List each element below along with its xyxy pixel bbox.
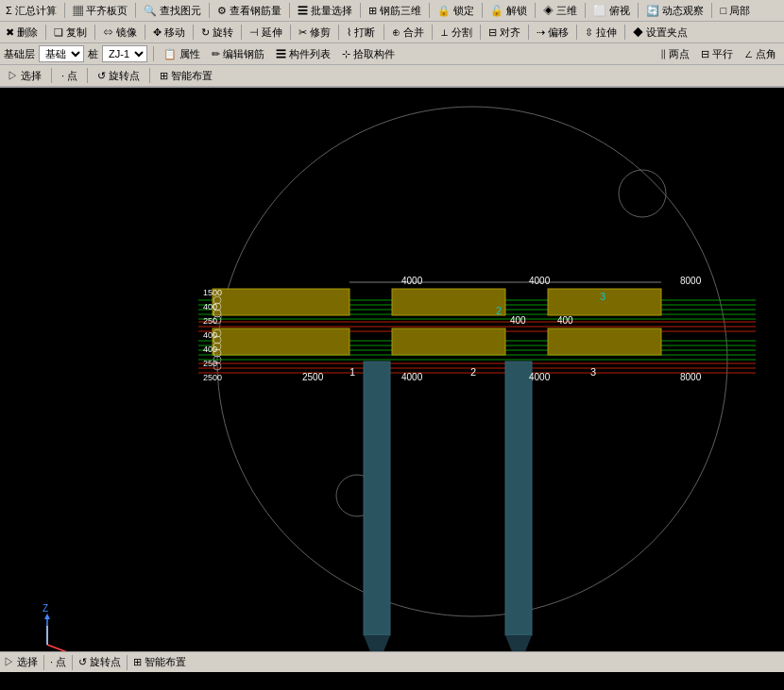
- svg-rect-28: [505, 362, 532, 635]
- lock-button[interactable]: 🔒 锁定: [434, 1, 478, 20]
- set-point-button[interactable]: ◆ 设置夹点: [629, 23, 691, 42]
- sep26: [51, 68, 52, 83]
- sep24: [624, 25, 625, 40]
- svg-text:1500: 1500: [203, 288, 222, 297]
- rebar-3d-button[interactable]: ⊞ 钢筋三维: [365, 1, 425, 20]
- offset-button[interactable]: ⇢ 偏移: [533, 23, 572, 42]
- dynamic-view-button[interactable]: 🔄 动态观察: [642, 1, 707, 20]
- sep-s3: [127, 655, 128, 670]
- break-button[interactable]: ⌇ 打断: [343, 23, 379, 42]
- unlock-button[interactable]: 🔓 解锁: [486, 1, 531, 20]
- two-point-button[interactable]: ∥ 两点: [656, 44, 693, 63]
- find-figure-button[interactable]: 🔍 查找图元: [140, 1, 205, 20]
- svg-text:250: 250: [203, 359, 217, 368]
- status-select: ▷ 选择: [4, 655, 38, 669]
- svg-text:4000: 4000: [401, 372, 423, 382]
- cad-canvas-area[interactable]: 1 2 3 2 3 4000 4000 8000 400 400 4000 40…: [0, 88, 784, 672]
- split-button[interactable]: ⊥ 分割: [436, 23, 476, 42]
- svg-text:2: 2: [496, 305, 502, 316]
- svg-rect-22: [392, 289, 505, 315]
- svg-text:400: 400: [203, 330, 217, 340]
- move-button[interactable]: ✥ 移动: [149, 23, 189, 42]
- svg-text:3: 3: [590, 366, 596, 378]
- extend-button[interactable]: ⊣ 延伸: [246, 23, 286, 42]
- sep7: [482, 3, 483, 18]
- svg-text:Z: Z: [43, 603, 48, 614]
- sep16: [241, 25, 242, 40]
- svg-text:3: 3: [600, 291, 605, 302]
- sep27: [87, 68, 88, 83]
- 3d-button[interactable]: ◈ 三维: [539, 1, 581, 20]
- mirror-button[interactable]: ⇔ 镜像: [99, 23, 141, 42]
- element-select[interactable]: ZJ-1: [102, 45, 147, 62]
- batch-select-button[interactable]: ☰ 批量选择: [294, 1, 356, 20]
- sep15: [193, 25, 194, 40]
- view-rebar-button[interactable]: ⚙ 查看钢筋量: [213, 1, 285, 20]
- sep20: [432, 25, 433, 40]
- sep2: [135, 3, 136, 18]
- cad-svg: 1 2 3 2 3 4000 4000 8000 400 400 4000 40…: [0, 88, 784, 672]
- status-bar: ▷ 选择 · 点 ↺ 旋转点 ⊞ 智能布置: [0, 651, 784, 672]
- svg-rect-20: [213, 289, 349, 315]
- svg-text:400: 400: [203, 345, 217, 354]
- sep28: [149, 68, 150, 83]
- svg-text:4000: 4000: [529, 372, 551, 382]
- status-point: · 点: [50, 655, 66, 669]
- sep18: [338, 25, 339, 40]
- rotate-button[interactable]: ↻ 旋转: [197, 23, 237, 42]
- select-button[interactable]: ▷ 选择: [4, 66, 45, 85]
- top-view-button[interactable]: ⬜ 俯视: [589, 1, 634, 20]
- rotate-point-button[interactable]: ↺ 旋转点: [94, 66, 144, 85]
- flat-board-button[interactable]: ▦ 平齐板页: [69, 1, 131, 20]
- sep17: [290, 25, 291, 40]
- svg-text:1: 1: [349, 366, 355, 378]
- svg-rect-26: [364, 362, 390, 635]
- sep12: [45, 25, 46, 40]
- delete-button[interactable]: ✖ 删除: [2, 23, 42, 42]
- toolbar-row-1: Σ 汇总计算 ▦ 平齐板页 🔍 查找图元 ⚙ 查看钢筋量 ☰ 批量选择 ⊞ 钢筋…: [0, 0, 784, 22]
- sep22: [528, 25, 529, 40]
- svg-text:8000: 8000: [680, 276, 702, 286]
- edit-rebar-button[interactable]: ✏ 编辑钢筋: [208, 44, 268, 63]
- sep4: [289, 3, 290, 18]
- status-rotate: ↺ 旋转点: [78, 655, 121, 669]
- sep14: [145, 25, 145, 40]
- status-smart: ⊞ 智能布置: [133, 655, 186, 669]
- sep3: [209, 3, 210, 18]
- sep5: [360, 3, 361, 18]
- sep6: [429, 3, 430, 18]
- pull-button[interactable]: ⇳ 拉伸: [581, 23, 621, 42]
- local-button[interactable]: □ 局部: [716, 1, 754, 20]
- props-button[interactable]: 📋 属性: [160, 44, 204, 63]
- svg-rect-21: [213, 328, 349, 355]
- sep1: [64, 3, 65, 18]
- parallel-button[interactable]: ⊟ 平行: [697, 44, 737, 63]
- join-button[interactable]: ⊕ 合并: [388, 23, 428, 42]
- toolbar-row-2: ✖ 删除 ❏ 复制 ⇔ 镜像 ✥ 移动 ↻ 旋转 ⊣ 延伸 ✂ 修剪 ⌇ 打断 …: [0, 22, 784, 43]
- sep21: [480, 25, 481, 40]
- sum-calc-button[interactable]: Σ 汇总计算: [2, 1, 60, 20]
- align-button[interactable]: ⊟ 对齐: [485, 23, 524, 42]
- sep11: [711, 3, 712, 18]
- svg-text:4000: 4000: [401, 276, 423, 286]
- trim-button[interactable]: ✂ 修剪: [295, 23, 334, 42]
- sep-s2: [72, 655, 73, 670]
- svg-text:400: 400: [510, 315, 526, 326]
- svg-text:8000: 8000: [680, 372, 702, 382]
- point-angle-button[interactable]: ∠ 点角: [741, 44, 780, 63]
- copy-button[interactable]: ❏ 复制: [50, 23, 91, 42]
- svg-text:2: 2: [470, 366, 476, 378]
- sep8: [535, 3, 536, 18]
- smart-layout-button[interactable]: ⊞ 智能布置: [156, 66, 216, 85]
- sep23: [576, 25, 577, 40]
- svg-text:4000: 4000: [529, 276, 551, 286]
- layer-select[interactable]: 基础: [39, 45, 84, 62]
- sep25: [153, 46, 154, 61]
- svg-rect-23: [392, 328, 505, 355]
- svg-text:250: 250: [203, 316, 217, 326]
- pick-button[interactable]: ⊹ 拾取构件: [338, 44, 399, 63]
- sep10: [638, 3, 639, 18]
- point-select-button[interactable]: · 点: [58, 66, 81, 85]
- svg-rect-0: [0, 88, 784, 672]
- list-layout-button[interactable]: ☰ 构件列表: [272, 44, 334, 63]
